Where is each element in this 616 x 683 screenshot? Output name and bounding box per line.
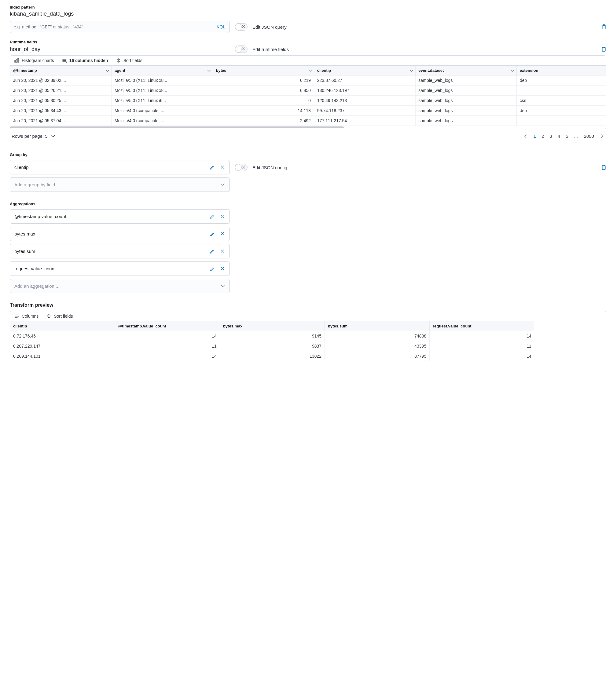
preview-columns-button[interactable]: Columns	[14, 314, 39, 319]
add-group-by-field[interactable]: Add a group by field ...	[10, 178, 230, 192]
table-row[interactable]: Jun 20, 2021 @ 05:34:43....Mozilla/4.0 (…	[10, 106, 606, 116]
page-number-button[interactable]: 5	[566, 134, 568, 139]
table-cell: 120.49.143.213	[314, 96, 416, 106]
next-page-button[interactable]	[599, 134, 604, 139]
add-aggregation[interactable]: Add an aggregation ...	[10, 279, 230, 293]
table-cell: 14	[430, 351, 534, 361]
rows-per-page-label: Rows per page: 5	[12, 134, 48, 139]
table-row[interactable]: 0.72.176.461491457480814	[10, 331, 534, 341]
sort-icon	[46, 314, 51, 319]
table-row[interactable]: Jun 20, 2021 @ 05:26:21....Mozilla/5.0 (…	[10, 86, 606, 96]
sort-fields-button[interactable]: Sort fields	[116, 58, 142, 63]
preview-sort-fields-button[interactable]: Sort fields	[46, 314, 73, 319]
edit-icon[interactable]	[210, 165, 215, 170]
copy-config-icon[interactable]	[601, 165, 606, 170]
edit-icon[interactable]	[210, 214, 215, 219]
chevron-down-icon	[206, 68, 211, 73]
table-row[interactable]: Jun 20, 2021 @ 05:30:25....Mozilla/5.0 (…	[10, 96, 606, 106]
copy-runtime-icon[interactable]	[601, 47, 606, 52]
edit-runtime-fields-toggle[interactable]	[235, 46, 247, 53]
source-table: @timestampagentbytesclientipevent.datase…	[10, 66, 606, 126]
histogram-label: Histogram charts	[22, 58, 54, 63]
table-cell: Jun 20, 2021 @ 02:39:02....	[10, 75, 112, 86]
table-cell: 177.111.217.54	[314, 116, 416, 126]
column-header[interactable]: event.dataset	[415, 66, 517, 75]
edit-json-config-toggle[interactable]	[235, 164, 247, 171]
chevron-down-icon	[308, 68, 312, 73]
source-data-grid: Histogram charts 16 columns hidden Sort …	[10, 55, 606, 129]
column-header[interactable]: agent	[112, 66, 213, 75]
preview-data-grid: Columns Sort fields clientip@timestamp.v…	[10, 311, 606, 361]
table-row[interactable]: 0.207.229.1471198374339511	[10, 341, 534, 351]
remove-icon[interactable]	[220, 214, 225, 219]
edit-icon[interactable]	[210, 266, 215, 271]
remove-icon[interactable]	[220, 231, 225, 236]
column-header[interactable]: @timestamp	[10, 66, 112, 75]
chevron-down-icon	[51, 134, 56, 139]
index-pattern-value: kibana_sample_data_logs	[10, 11, 606, 17]
table-cell: 99.74.118.237	[314, 106, 416, 116]
horizontal-scrollbar[interactable]	[10, 126, 606, 129]
column-header[interactable]: clientip	[10, 321, 115, 331]
runtime-fields-label: Runtime fields	[10, 40, 606, 44]
edit-icon[interactable]	[210, 231, 215, 236]
remove-icon[interactable]	[220, 266, 225, 271]
grid-toolbar: Histogram charts 16 columns hidden Sort …	[10, 55, 606, 66]
table-cell: Jun 20, 2021 @ 05:30:25....	[10, 96, 112, 106]
chevron-down-icon	[105, 68, 109, 73]
column-header[interactable]: bytes.sum	[325, 321, 430, 331]
pagination: 12345 … 2000	[523, 134, 604, 139]
table-row[interactable]: 0.209.144.10114138228779514	[10, 351, 534, 361]
aggregation-item: request.value_count	[10, 261, 230, 276]
table-cell: 0	[213, 96, 314, 106]
query-input[interactable]	[10, 21, 212, 33]
page-number-button[interactable]: 2	[542, 134, 544, 139]
table-cell: deb	[517, 75, 606, 86]
pagination-ellipsis: …	[574, 134, 578, 139]
aggregation-label: bytes.max	[14, 231, 35, 236]
aggregation-label: bytes.sum	[14, 249, 35, 254]
column-header[interactable]: clientip	[314, 66, 416, 75]
table-cell: 14	[115, 331, 220, 341]
remove-icon[interactable]	[220, 249, 225, 254]
remove-icon[interactable]	[220, 165, 225, 170]
kql-button[interactable]: KQL	[212, 21, 229, 33]
preview-table: clientip@timestamp.value_countbytes.maxb…	[10, 321, 534, 361]
rows-per-page-selector[interactable]: Rows per page: 5	[12, 134, 56, 139]
page-number-button[interactable]: 1	[533, 134, 536, 139]
column-header[interactable]: extension	[517, 66, 606, 75]
copy-query-icon[interactable]	[601, 24, 606, 29]
table-cell: sample_web_logs	[415, 106, 517, 116]
edit-icon[interactable]	[210, 249, 215, 254]
prev-page-button[interactable]	[523, 134, 528, 139]
preview-toolbar: Columns Sort fields	[10, 311, 606, 321]
add-group-by-placeholder: Add a group by field ...	[14, 182, 60, 187]
table-cell: 14,113	[213, 106, 314, 116]
table-cell: Mozilla/5.0 (X11; Linux x8...	[112, 75, 213, 86]
table-cell: 74808	[325, 331, 430, 341]
histogram-charts-button[interactable]: Histogram charts	[14, 58, 54, 63]
column-header[interactable]: request.value_count	[430, 321, 534, 331]
group-by-label: Group by	[10, 153, 606, 157]
page-number-button[interactable]: 3	[550, 134, 552, 139]
table-cell: Mozilla/4.0 (compatible; ...	[112, 116, 213, 126]
x-icon	[241, 165, 246, 169]
index-pattern-label: Index pattern	[10, 5, 606, 9]
edit-runtime-fields-label: Edit runtime fields	[252, 47, 289, 52]
table-cell: 223.87.60.27	[314, 75, 416, 86]
aggregation-item: @timestamp.value_count	[10, 209, 230, 224]
table-row[interactable]: Jun 20, 2021 @ 05:37:04....Mozilla/4.0 (…	[10, 116, 606, 126]
preview-columns-label: Columns	[22, 314, 39, 319]
table-cell: 9145	[220, 331, 325, 341]
columns-icon	[14, 314, 19, 319]
x-icon	[241, 47, 246, 51]
column-header[interactable]: bytes	[213, 66, 314, 75]
table-cell: 11	[430, 341, 534, 351]
column-header[interactable]: bytes.max	[220, 321, 325, 331]
edit-json-query-toggle[interactable]	[235, 23, 247, 30]
last-page-button[interactable]: 2000	[584, 134, 594, 139]
column-header[interactable]: @timestamp.value_count	[115, 321, 220, 331]
page-number-button[interactable]: 4	[558, 134, 560, 139]
columns-hidden-button[interactable]: 16 columns hidden	[62, 58, 108, 63]
table-row[interactable]: Jun 20, 2021 @ 02:39:02....Mozilla/5.0 (…	[10, 75, 606, 86]
